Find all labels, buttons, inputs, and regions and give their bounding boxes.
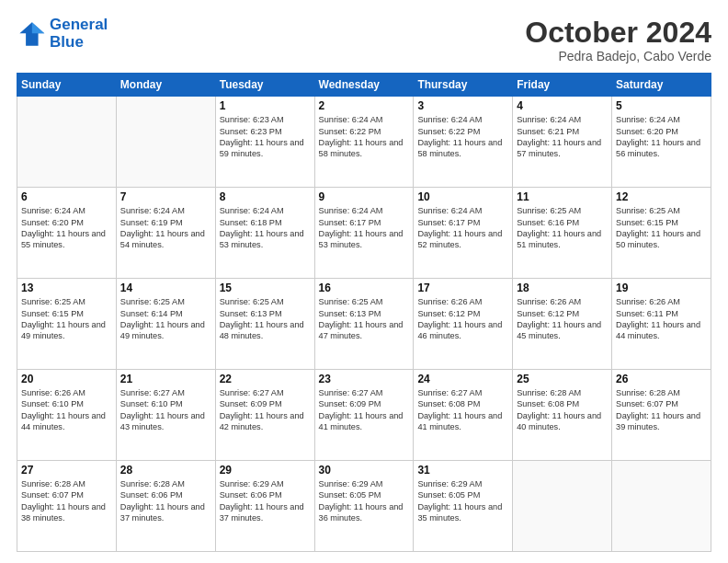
day-info: Sunrise: 6:26 AM Sunset: 6:10 PM Dayligh… xyxy=(21,387,112,433)
day-number: 28 xyxy=(120,464,211,477)
day-number: 18 xyxy=(517,282,608,294)
day-number: 11 xyxy=(517,190,608,203)
calendar-cell: 13Sunrise: 6:25 AM Sunset: 6:15 PM Dayli… xyxy=(17,279,117,370)
calendar-cell: 20Sunrise: 6:26 AM Sunset: 6:10 PM Dayli… xyxy=(17,370,117,461)
day-info: Sunrise: 6:25 AM Sunset: 6:14 PM Dayligh… xyxy=(120,296,211,342)
day-info: Sunrise: 6:25 AM Sunset: 6:13 PM Dayligh… xyxy=(220,296,311,342)
calendar-cell: 14Sunrise: 6:25 AM Sunset: 6:14 PM Dayli… xyxy=(116,279,215,370)
day-number: 23 xyxy=(319,373,410,385)
calendar-cell: 2Sunrise: 6:24 AM Sunset: 6:22 PM Daylig… xyxy=(314,97,414,188)
day-info: Sunrise: 6:24 AM Sunset: 6:21 PM Dayligh… xyxy=(517,114,608,160)
logo: General Blue xyxy=(17,17,108,51)
day-info: Sunrise: 6:24 AM Sunset: 6:22 PM Dayligh… xyxy=(319,114,410,160)
calendar-cell: 19Sunrise: 6:26 AM Sunset: 6:11 PM Dayli… xyxy=(612,279,711,370)
day-number: 8 xyxy=(220,190,311,203)
col-friday: Friday xyxy=(513,74,612,97)
calendar-cell: 16Sunrise: 6:25 AM Sunset: 6:13 PM Dayli… xyxy=(314,279,414,370)
day-number: 13 xyxy=(21,282,112,294)
day-number: 21 xyxy=(120,373,211,385)
day-info: Sunrise: 6:27 AM Sunset: 6:08 PM Dayligh… xyxy=(417,387,508,433)
day-number: 15 xyxy=(220,282,311,294)
day-number: 16 xyxy=(319,282,410,294)
calendar-cell: 1Sunrise: 6:23 AM Sunset: 6:23 PM Daylig… xyxy=(215,97,314,188)
day-info: Sunrise: 6:24 AM Sunset: 6:17 PM Dayligh… xyxy=(417,205,508,251)
location-subtitle: Pedra Badejo, Cabo Verde xyxy=(525,49,711,63)
calendar-cell: 6Sunrise: 6:24 AM Sunset: 6:20 PM Daylig… xyxy=(17,188,117,279)
calendar-cell: 15Sunrise: 6:25 AM Sunset: 6:13 PM Dayli… xyxy=(215,279,314,370)
calendar-cell xyxy=(116,97,215,188)
day-info: Sunrise: 6:29 AM Sunset: 6:06 PM Dayligh… xyxy=(220,478,311,524)
day-number: 20 xyxy=(21,373,112,385)
day-number: 6 xyxy=(21,190,112,203)
week-row-5: 27Sunrise: 6:28 AM Sunset: 6:07 PM Dayli… xyxy=(17,461,711,552)
calendar-cell: 26Sunrise: 6:28 AM Sunset: 6:07 PM Dayli… xyxy=(612,370,711,461)
col-sunday: Sunday xyxy=(17,74,117,97)
day-info: Sunrise: 6:25 AM Sunset: 6:13 PM Dayligh… xyxy=(319,296,410,342)
calendar-cell: 9Sunrise: 6:24 AM Sunset: 6:17 PM Daylig… xyxy=(314,188,414,279)
calendar-cell: 3Sunrise: 6:24 AM Sunset: 6:22 PM Daylig… xyxy=(414,97,513,188)
day-number: 3 xyxy=(417,99,508,112)
calendar-cell: 30Sunrise: 6:29 AM Sunset: 6:05 PM Dayli… xyxy=(314,461,414,552)
calendar-cell: 10Sunrise: 6:24 AM Sunset: 6:17 PM Dayli… xyxy=(414,188,513,279)
day-number: 29 xyxy=(220,464,311,477)
day-info: Sunrise: 6:24 AM Sunset: 6:19 PM Dayligh… xyxy=(120,205,211,251)
day-info: Sunrise: 6:27 AM Sunset: 6:09 PM Dayligh… xyxy=(319,387,410,433)
day-info: Sunrise: 6:24 AM Sunset: 6:20 PM Dayligh… xyxy=(21,205,112,251)
calendar-cell: 22Sunrise: 6:27 AM Sunset: 6:09 PM Dayli… xyxy=(215,370,314,461)
day-info: Sunrise: 6:28 AM Sunset: 6:08 PM Dayligh… xyxy=(517,387,608,433)
col-wednesday: Wednesday xyxy=(314,74,414,97)
day-number: 17 xyxy=(417,282,508,294)
day-info: Sunrise: 6:29 AM Sunset: 6:05 PM Dayligh… xyxy=(319,478,410,524)
calendar-cell: 31Sunrise: 6:29 AM Sunset: 6:05 PM Dayli… xyxy=(414,461,513,552)
calendar-cell: 4Sunrise: 6:24 AM Sunset: 6:21 PM Daylig… xyxy=(513,97,612,188)
col-thursday: Thursday xyxy=(414,74,513,97)
day-info: Sunrise: 6:28 AM Sunset: 6:06 PM Dayligh… xyxy=(120,478,211,524)
day-info: Sunrise: 6:28 AM Sunset: 6:07 PM Dayligh… xyxy=(21,478,112,524)
day-info: Sunrise: 6:25 AM Sunset: 6:16 PM Dayligh… xyxy=(517,205,608,251)
col-monday: Monday xyxy=(116,74,215,97)
calendar-cell: 29Sunrise: 6:29 AM Sunset: 6:06 PM Dayli… xyxy=(215,461,314,552)
day-info: Sunrise: 6:24 AM Sunset: 6:18 PM Dayligh… xyxy=(220,205,311,251)
day-number: 1 xyxy=(220,99,311,112)
day-number: 7 xyxy=(120,190,211,203)
calendar-cell: 11Sunrise: 6:25 AM Sunset: 6:16 PM Dayli… xyxy=(513,188,612,279)
day-info: Sunrise: 6:25 AM Sunset: 6:15 PM Dayligh… xyxy=(21,296,112,342)
day-number: 2 xyxy=(319,99,410,112)
calendar-cell xyxy=(17,97,117,188)
calendar-cell: 23Sunrise: 6:27 AM Sunset: 6:09 PM Dayli… xyxy=(314,370,414,461)
day-number: 26 xyxy=(616,373,707,385)
calendar-cell: 12Sunrise: 6:25 AM Sunset: 6:15 PM Dayli… xyxy=(612,188,711,279)
day-number: 30 xyxy=(319,464,410,477)
calendar-cell: 8Sunrise: 6:24 AM Sunset: 6:18 PM Daylig… xyxy=(215,188,314,279)
calendar-cell xyxy=(612,461,711,552)
calendar-table: Sunday Monday Tuesday Wednesday Thursday… xyxy=(17,73,711,552)
week-row-2: 6Sunrise: 6:24 AM Sunset: 6:20 PM Daylig… xyxy=(17,188,711,279)
week-row-1: 1Sunrise: 6:23 AM Sunset: 6:23 PM Daylig… xyxy=(17,97,711,188)
day-info: Sunrise: 6:26 AM Sunset: 6:12 PM Dayligh… xyxy=(417,296,508,342)
day-number: 14 xyxy=(120,282,211,294)
day-number: 9 xyxy=(319,190,410,203)
day-number: 5 xyxy=(616,99,707,112)
calendar-cell: 25Sunrise: 6:28 AM Sunset: 6:08 PM Dayli… xyxy=(513,370,612,461)
day-info: Sunrise: 6:24 AM Sunset: 6:22 PM Dayligh… xyxy=(417,114,508,160)
header: General Blue October 2024 Pedra Badejo, … xyxy=(17,17,711,63)
calendar-cell: 21Sunrise: 6:27 AM Sunset: 6:10 PM Dayli… xyxy=(116,370,215,461)
day-info: Sunrise: 6:24 AM Sunset: 6:20 PM Dayligh… xyxy=(616,114,707,160)
calendar-cell: 27Sunrise: 6:28 AM Sunset: 6:07 PM Dayli… xyxy=(17,461,117,552)
day-number: 27 xyxy=(21,464,112,477)
month-title: October 2024 xyxy=(525,17,711,49)
day-number: 25 xyxy=(517,373,608,385)
day-number: 24 xyxy=(417,373,508,385)
calendar-cell xyxy=(513,461,612,552)
logo-icon xyxy=(17,19,46,49)
day-info: Sunrise: 6:24 AM Sunset: 6:17 PM Dayligh… xyxy=(319,205,410,251)
header-row: Sunday Monday Tuesday Wednesday Thursday… xyxy=(17,74,711,97)
calendar-cell: 24Sunrise: 6:27 AM Sunset: 6:08 PM Dayli… xyxy=(414,370,513,461)
day-info: Sunrise: 6:26 AM Sunset: 6:12 PM Dayligh… xyxy=(517,296,608,342)
calendar-cell: 28Sunrise: 6:28 AM Sunset: 6:06 PM Dayli… xyxy=(116,461,215,552)
week-row-4: 20Sunrise: 6:26 AM Sunset: 6:10 PM Dayli… xyxy=(17,370,711,461)
day-info: Sunrise: 6:28 AM Sunset: 6:07 PM Dayligh… xyxy=(616,387,707,433)
day-info: Sunrise: 6:26 AM Sunset: 6:11 PM Dayligh… xyxy=(616,296,707,342)
day-info: Sunrise: 6:27 AM Sunset: 6:09 PM Dayligh… xyxy=(220,387,311,433)
col-tuesday: Tuesday xyxy=(215,74,314,97)
